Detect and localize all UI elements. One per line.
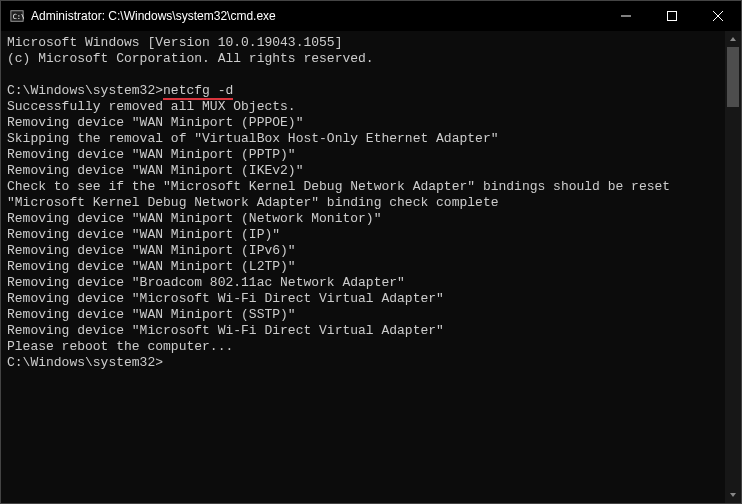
terminal-line: Please reboot the computer... <box>7 339 721 355</box>
scrollbar-thumb[interactable] <box>727 47 739 107</box>
terminal-line <box>7 67 721 83</box>
window-controls <box>603 1 741 31</box>
close-button[interactable] <box>695 1 741 31</box>
svg-marker-6 <box>730 37 736 41</box>
terminal-line: Removing device "WAN Miniport (SSTP)" <box>7 307 721 323</box>
prompt: C:\Windows\system32> <box>7 83 163 98</box>
scroll-up-arrow[interactable] <box>725 31 741 47</box>
terminal-line: Check to see if the "Microsoft Kernel De… <box>7 179 721 195</box>
scroll-down-arrow[interactable] <box>725 487 741 503</box>
terminal-line: Skipping the removal of "VirtualBox Host… <box>7 131 721 147</box>
terminal-line: Removing device "Broadcom 802.11ac Netwo… <box>7 275 721 291</box>
terminal-output[interactable]: Microsoft Windows [Version 10.0.19043.10… <box>1 31 725 503</box>
prompt: C:\Windows\system32> <box>7 355 163 370</box>
minimize-button[interactable] <box>603 1 649 31</box>
svg-text:C:\: C:\ <box>13 13 24 21</box>
vertical-scrollbar[interactable] <box>725 31 741 503</box>
svg-marker-7 <box>730 493 736 497</box>
window-titlebar: C:\ Administrator: C:\Windows\system32\c… <box>1 1 741 31</box>
terminal-line: Removing device "Microsoft Wi-Fi Direct … <box>7 323 721 339</box>
terminal-line: Removing device "WAN Miniport (IKEv2)" <box>7 163 721 179</box>
terminal-line: Removing device "WAN Miniport (PPPOE)" <box>7 115 721 131</box>
window-title: Administrator: C:\Windows\system32\cmd.e… <box>31 9 603 23</box>
svg-rect-3 <box>668 12 677 21</box>
terminal-line: "Microsoft Kernel Debug Network Adapter"… <box>7 195 721 211</box>
terminal-line: Removing device "WAN Miniport (PPTP)" <box>7 147 721 163</box>
terminal-line: Removing device "WAN Miniport (IP)" <box>7 227 721 243</box>
terminal-line: Removing device "Microsoft Wi-Fi Direct … <box>7 291 721 307</box>
terminal-line: C:\Windows\system32>netcfg -d <box>7 83 721 99</box>
command-text: netcfg -d <box>163 83 233 100</box>
terminal-line: Removing device "WAN Miniport (L2TP)" <box>7 259 721 275</box>
terminal-line: Removing device "WAN Miniport (Network M… <box>7 211 721 227</box>
terminal-line: Microsoft Windows [Version 10.0.19043.10… <box>7 35 721 51</box>
maximize-button[interactable] <box>649 1 695 31</box>
terminal-line: Removing device "WAN Miniport (IPv6)" <box>7 243 721 259</box>
terminal-line: (c) Microsoft Corporation. All rights re… <box>7 51 721 67</box>
terminal-line: C:\Windows\system32> <box>7 355 721 371</box>
terminal-line: Successfully removed all MUX Objects. <box>7 99 721 115</box>
scrollbar-track[interactable] <box>725 47 741 487</box>
terminal-area: Microsoft Windows [Version 10.0.19043.10… <box>1 31 741 503</box>
cmd-icon: C:\ <box>9 8 25 24</box>
